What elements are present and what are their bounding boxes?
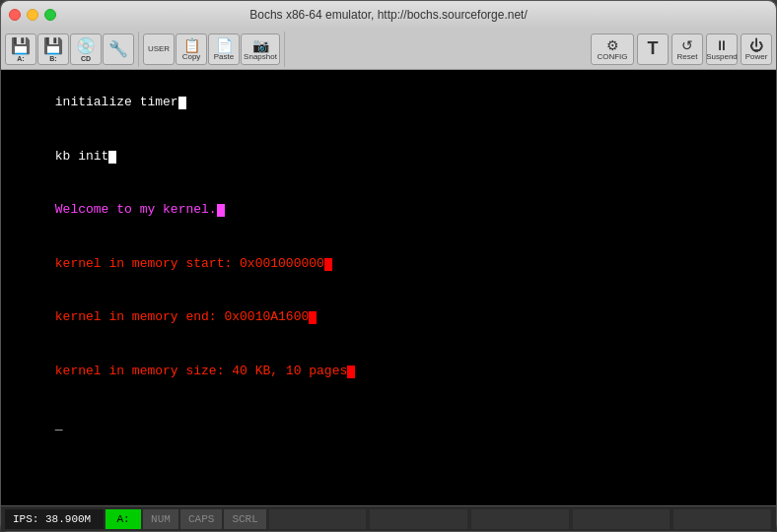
emulator-window: Bochs x86-64 emulator, http://bochs.sour…: [0, 0, 777, 532]
extra-button[interactable]: 🔧: [103, 33, 134, 65]
cursor-6: [347, 366, 355, 378]
floppy-b-label: B:: [49, 55, 56, 62]
right-toolbar: ⚙ CONFIG T ↺ Reset ⏸ Suspend ⏻ Power: [591, 33, 772, 65]
titlebar: Bochs x86-64 emulator, http://bochs.sour…: [1, 1, 776, 29]
snapshot-section: 📷 Snapshot: [241, 33, 280, 65]
ips-value: IPS: 38.900M: [13, 513, 91, 525]
terminal-prompt: _: [9, 398, 768, 452]
cd-label: CD: [81, 55, 91, 62]
power-icon: ⏻: [749, 37, 763, 53]
window-title: Bochs x86-64 emulator, http://bochs.sour…: [249, 8, 528, 22]
floppy-a-icon: 💾: [11, 36, 31, 55]
suspend-icon: ⏸: [715, 37, 729, 53]
maximize-button[interactable]: [44, 9, 56, 21]
user-section: USER: [143, 33, 175, 65]
scrl-label: SCRL: [232, 513, 257, 525]
floppy-group: 💾 A: 💾 B: 💿 CD 🔧: [5, 32, 139, 67]
power-button[interactable]: ⏻ Power: [741, 33, 772, 65]
reset-icon: ↺: [681, 37, 693, 53]
close-button[interactable]: [9, 9, 21, 21]
paste-icon: 📄: [216, 37, 233, 53]
keyboard-icon: T: [648, 38, 659, 59]
minimize-button[interactable]: [27, 9, 38, 21]
keyboard-button[interactable]: T: [637, 33, 669, 65]
caps-label: CAPS: [188, 513, 214, 525]
statusbar: IPS: 38.900M A: NUM CAPS SCRL: [1, 505, 776, 531]
power-label: Power: [745, 53, 768, 61]
toolbar: 💾 A: 💾 B: 💿 CD 🔧 USER: [1, 29, 776, 70]
num-label: NUM: [151, 513, 171, 525]
paste-section: 📄 Paste: [208, 33, 240, 65]
drive-a-indicator: A:: [106, 509, 141, 529]
ips-display: IPS: 38.900M: [5, 509, 104, 529]
suspend-button[interactable]: ⏸ Suspend: [706, 33, 738, 65]
snapshot-label: Snapshot: [244, 53, 277, 61]
terminal-screen[interactable]: initialize timer kb init Welcome to my k…: [1, 70, 776, 505]
terminal-line-1: initialize timer: [9, 76, 768, 130]
reset-label: Reset: [677, 53, 698, 61]
copy-label: Copy: [182, 53, 201, 61]
config-icon: ⚙: [606, 37, 619, 53]
status-spacer-2: [370, 509, 467, 529]
cursor-5: [309, 311, 317, 324]
cursor-4: [324, 258, 332, 271]
cursor-3: [217, 204, 225, 217]
wrench-icon: 🔧: [108, 39, 128, 58]
copy-button[interactable]: 📋 Copy: [176, 33, 207, 65]
num-indicator: NUM: [143, 509, 178, 529]
status-spacer-5: [673, 509, 771, 529]
traffic-lights: [9, 9, 56, 21]
copy-section: 📋 Copy: [176, 33, 207, 65]
terminal-line-3: Welcome to my kernel.: [9, 183, 768, 237]
suspend-label: Suspend: [706, 53, 738, 61]
caps-indicator: CAPS: [180, 509, 222, 529]
paste-button[interactable]: 📄 Paste: [208, 33, 240, 65]
floppy-a-button[interactable]: 💾 A:: [5, 33, 36, 65]
cd-button[interactable]: 💿 CD: [70, 33, 102, 65]
copy-icon: 📋: [183, 37, 200, 53]
cursor-2: [108, 151, 116, 164]
terminal-line-4: kernel in memory start: 0x001000000: [9, 237, 768, 292]
config-button[interactable]: ⚙ CONFIG: [591, 33, 634, 65]
config-label: CONFIG: [597, 53, 627, 61]
status-spacer-4: [573, 509, 671, 529]
terminal-line-6: kernel in memory size: 40 KB, 10 pages: [9, 345, 768, 399]
user-label: USER: [148, 45, 170, 53]
snapshot-icon: 📷: [252, 37, 269, 53]
floppy-b-button[interactable]: 💾 B:: [37, 33, 69, 65]
reset-button[interactable]: ↺ Reset: [671, 33, 703, 65]
terminal-line-2: kb init: [9, 130, 768, 184]
floppy-b-icon: 💾: [43, 36, 63, 55]
paste-label: Paste: [214, 53, 234, 61]
status-spacer-1: [269, 509, 367, 529]
scrl-indicator: SCRL: [224, 509, 265, 529]
drive-a-label: A:: [116, 513, 129, 525]
floppy-a-label: A:: [17, 55, 24, 62]
snapshot-button[interactable]: 📷 Snapshot: [241, 33, 280, 65]
terminal-line-5: kernel in memory end: 0x0010A1600: [9, 291, 768, 345]
user-copy-group: USER 📋 Copy 📄 Paste 📷 Snapshot: [143, 32, 285, 67]
cd-icon: 💿: [76, 36, 96, 55]
cursor-1: [178, 97, 186, 109]
user-button[interactable]: USER: [143, 33, 175, 65]
status-spacer-3: [471, 509, 569, 529]
